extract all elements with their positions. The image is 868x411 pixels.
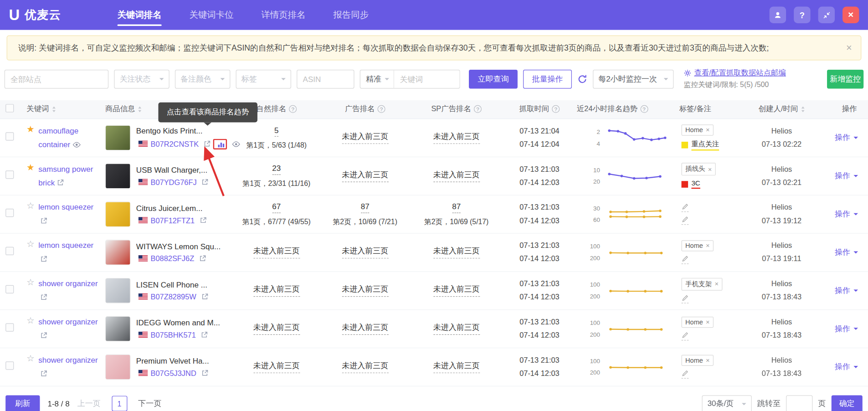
natural-rank-value[interactable]: 未进入前三页 bbox=[253, 247, 300, 259]
row-checkbox[interactable] bbox=[5, 133, 14, 141]
select-all-checkbox[interactable] bbox=[5, 104, 14, 113]
sp-rank-value[interactable]: 未进入前三页 bbox=[433, 132, 480, 144]
follow-status-select[interactable]: 关注状态 bbox=[114, 70, 169, 88]
tag-remove-icon[interactable]: × bbox=[706, 126, 710, 134]
nav-keyword-rank[interactable]: 关键词排名 bbox=[118, 0, 162, 30]
row-checkbox[interactable] bbox=[5, 285, 14, 293]
product-asin-link[interactable]: B07Z82895W bbox=[150, 293, 196, 301]
product-image[interactable] bbox=[105, 201, 131, 227]
tag-remove-icon[interactable]: × bbox=[706, 319, 710, 326]
search-button[interactable]: 立即查询 bbox=[469, 70, 518, 88]
nav-report-sync[interactable]: 报告同步 bbox=[333, 0, 369, 30]
row-actions-button[interactable]: 操作 bbox=[835, 171, 858, 181]
star-icon[interactable]: ★ bbox=[26, 162, 34, 190]
ad-rank-value[interactable]: 未进入前三页 bbox=[342, 285, 388, 297]
tag-select[interactable]: 标签 bbox=[236, 70, 291, 88]
prev-page-button[interactable]: 上一页 bbox=[77, 399, 101, 409]
help-icon[interactable]: ? bbox=[474, 105, 482, 113]
monitor-frequency-select[interactable]: 每2小时监控一次 bbox=[593, 70, 673, 88]
nav-detail-rank[interactable]: 详情页排名 bbox=[261, 0, 305, 30]
external-link-icon[interactable] bbox=[200, 217, 206, 224]
confirm-button[interactable]: 确定 bbox=[832, 395, 863, 411]
page-size-select[interactable]: 30条/页 bbox=[702, 395, 751, 411]
keyword-link[interactable]: shower organizer bbox=[38, 315, 102, 343]
product-title[interactable]: Citrus Juicer,Lem... bbox=[136, 204, 206, 212]
keyword-link[interactable]: lemon squeezer bbox=[38, 200, 102, 228]
zipcode-config-link[interactable]: 查看/配置抓取数据站点邮编 bbox=[683, 68, 786, 78]
refresh-button[interactable]: 刷新 bbox=[5, 395, 40, 411]
keyword-link[interactable]: shower organizer bbox=[38, 277, 102, 304]
external-link-icon[interactable] bbox=[41, 294, 47, 301]
product-image[interactable] bbox=[105, 278, 131, 303]
tag-remove-icon[interactable]: × bbox=[708, 165, 712, 173]
external-link-icon[interactable] bbox=[201, 332, 208, 339]
star-icon[interactable]: ★ bbox=[26, 124, 34, 152]
keyword-link[interactable]: camouflage container bbox=[38, 124, 102, 152]
row-checkbox[interactable] bbox=[5, 209, 14, 217]
sp-rank-value[interactable]: 未进入前三页 bbox=[433, 361, 480, 374]
rank-trend-chart-icon[interactable] bbox=[218, 140, 225, 148]
product-image[interactable] bbox=[105, 354, 131, 380]
sort-icon[interactable] bbox=[801, 106, 805, 112]
nav-keyword-slot[interactable]: 关键词卡位 bbox=[189, 0, 233, 30]
note-text[interactable]: 重点关注 bbox=[691, 140, 719, 151]
keyword-input[interactable] bbox=[394, 71, 459, 87]
product-title[interactable]: WITWAYS Lemon Squ... bbox=[136, 242, 221, 251]
row-actions-button[interactable]: 操作 bbox=[835, 247, 858, 257]
external-link-icon[interactable] bbox=[199, 255, 206, 262]
product-image[interactable] bbox=[105, 125, 131, 150]
edit-note-button[interactable] bbox=[682, 203, 689, 212]
row-checkbox[interactable] bbox=[5, 171, 14, 179]
help-icon[interactable]: ? bbox=[289, 105, 297, 113]
external-link-icon[interactable] bbox=[41, 256, 47, 262]
user-icon[interactable] bbox=[770, 7, 786, 23]
tag-remove-icon[interactable]: × bbox=[714, 280, 719, 288]
site-input[interactable] bbox=[5, 70, 108, 88]
row-checkbox[interactable] bbox=[5, 247, 14, 255]
row-actions-button[interactable]: 操作 bbox=[835, 286, 858, 296]
natural-rank-value[interactable]: 未进入前三页 bbox=[253, 285, 300, 297]
external-link-icon[interactable] bbox=[41, 332, 47, 339]
product-title[interactable]: IDEGG Women and M... bbox=[136, 318, 220, 327]
external-link-icon[interactable] bbox=[41, 370, 47, 377]
next-page-button[interactable]: 下一页 bbox=[138, 399, 161, 409]
row-checkbox[interactable] bbox=[5, 362, 14, 370]
star-icon[interactable]: ☆ bbox=[26, 277, 34, 304]
help-icon[interactable]: ? bbox=[794, 7, 810, 23]
product-title[interactable]: Bentgo Kids Print... bbox=[136, 126, 229, 135]
tag-remove-icon[interactable]: × bbox=[706, 242, 710, 250]
product-asin-link[interactable]: B07F12FTZ1 bbox=[150, 216, 195, 225]
sp-rank-value[interactable]: 未进入前三页 bbox=[433, 170, 480, 182]
product-title[interactable]: USB Wall Charger,... bbox=[136, 165, 208, 174]
edit-note-button[interactable] bbox=[682, 216, 689, 225]
note-color-select[interactable]: 备注颜色 bbox=[175, 70, 230, 88]
edit-note-button[interactable] bbox=[682, 255, 689, 264]
natural-rank-value[interactable]: 67 bbox=[272, 202, 281, 213]
refresh-icon[interactable] bbox=[577, 74, 587, 84]
eye-icon[interactable] bbox=[72, 142, 81, 148]
notice-close-icon[interactable]: × bbox=[846, 41, 852, 54]
row-actions-button[interactable]: 操作 bbox=[835, 133, 858, 143]
product-asin-link[interactable]: B075BHK571 bbox=[150, 331, 195, 339]
ad-rank-value[interactable]: 未进入前三页 bbox=[342, 132, 388, 144]
edit-note-button[interactable] bbox=[682, 294, 689, 303]
collapse-icon[interactable] bbox=[818, 7, 835, 23]
page-number-1[interactable]: 1 bbox=[112, 396, 127, 411]
product-image[interactable] bbox=[105, 316, 131, 342]
keyword-link[interactable]: shower organizer bbox=[38, 354, 102, 381]
product-asin-link[interactable]: B07YDG76FJ bbox=[150, 178, 196, 186]
external-link-icon[interactable] bbox=[204, 141, 211, 148]
row-actions-button[interactable]: 操作 bbox=[835, 362, 858, 372]
product-title[interactable]: LISEN Cell Phone ... bbox=[136, 280, 208, 289]
star-icon[interactable]: ☆ bbox=[26, 200, 34, 228]
product-image[interactable] bbox=[105, 163, 131, 189]
external-link-icon[interactable] bbox=[201, 370, 208, 377]
ad-rank-value[interactable]: 未进入前三页 bbox=[342, 247, 388, 259]
external-link-icon[interactable] bbox=[201, 293, 208, 300]
natural-rank-value[interactable]: 未进入前三页 bbox=[253, 323, 300, 335]
product-asin-link[interactable]: B0882SFJ6Z bbox=[150, 255, 194, 263]
help-icon[interactable]: ? bbox=[640, 105, 648, 113]
natural-rank-value[interactable]: 23 bbox=[272, 164, 281, 175]
sp-rank-value[interactable]: 未进入前三页 bbox=[433, 323, 480, 335]
ad-rank-value[interactable]: 未进入前三页 bbox=[342, 323, 388, 335]
